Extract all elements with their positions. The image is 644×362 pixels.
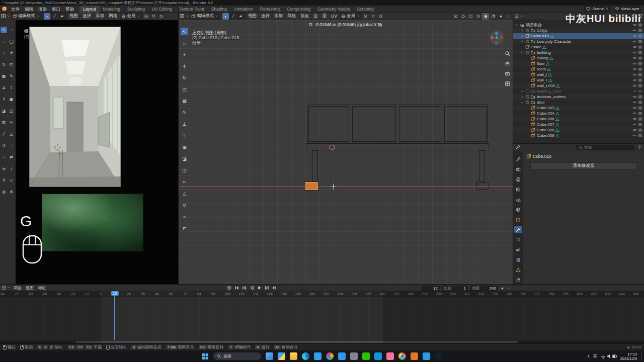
tool-extrude-region[interactable]: ⇧ <box>8 84 15 91</box>
viewport-menu-选择[interactable]: 选择 <box>259 13 272 19</box>
disable-in-render-icon[interactable] <box>638 122 642 127</box>
chevron-right-icon[interactable] <box>520 95 524 99</box>
chevron-right-icon[interactable] <box>520 29 524 33</box>
main-viewport[interactable]: 编辑模式•╱▰视图选择添加网格顶点边面UV全局 D: -0.01646 m (0… <box>179 13 513 284</box>
outliner-row[interactable]: Cube.006 <box>513 116 644 122</box>
hide-in-viewport-icon[interactable] <box>632 78 637 82</box>
rendered-shading-button[interactable] <box>497 13 504 20</box>
transform-orientation[interactable]: 全局 <box>120 13 142 20</box>
hide-in-viewport-icon[interactable] <box>632 128 637 132</box>
taskbar-app-bilibili[interactable] <box>386 352 394 360</box>
tool-tweak[interactable]: ↖ <box>181 28 188 35</box>
properties-tab-scene[interactable] <box>514 196 522 203</box>
outliner-row[interactable]: Cube.008 <box>513 127 644 133</box>
properties-tab-object[interactable] <box>514 216 522 223</box>
scene-unlink-icon[interactable]: ✕ <box>605 7 609 11</box>
tool-select-box[interactable]: □ <box>181 39 188 47</box>
taskbar-app-chrome[interactable] <box>398 352 406 360</box>
vertex-select-icon[interactable]: • <box>44 13 50 20</box>
edge-select-icon[interactable]: ╱ <box>230 13 236 20</box>
desk-foot-right[interactable] <box>476 182 489 190</box>
viewport-menu-添加[interactable]: 添加 <box>94 13 106 19</box>
outliner-row[interactable]: wall_r.002 <box>513 83 644 88</box>
properties-tab-particles[interactable] <box>514 236 522 243</box>
collection-checkbox-checked[interactable] <box>525 100 530 105</box>
tool-to-sphere[interactable]: ◍ <box>1 189 7 195</box>
outliner-row[interactable]: Low poly Character <box>513 39 644 44</box>
main-viewport-body[interactable]: D: -0.01646 m (0.01646) 沿global X 轴 ↖□+✛… <box>179 20 513 284</box>
disable-in-render-icon[interactable] <box>638 128 642 132</box>
tool-bevel[interactable]: ◪ <box>1 108 7 114</box>
tool-inset-faces[interactable]: ▣ <box>181 143 188 151</box>
disable-in-render-icon[interactable] <box>638 111 642 116</box>
properties-tab-object-data[interactable] <box>514 266 522 274</box>
view-layer-selector[interactable]: ViewLayer <box>613 6 641 12</box>
viewport-menu-面[interactable]: 面 <box>320 13 329 19</box>
auto-key-button[interactable] <box>225 285 232 291</box>
disable-in-render-icon[interactable] <box>638 117 642 121</box>
disable-in-render-icon[interactable] <box>638 45 642 49</box>
jump-end-button[interactable] <box>271 285 278 291</box>
outliner-row[interactable]: floor <box>513 61 644 66</box>
properties-tab-view-layer[interactable] <box>514 186 522 193</box>
disable-in-render-icon[interactable] <box>638 106 642 110</box>
menu-item[interactable]: 帮助 <box>63 6 76 13</box>
chevron-right-icon[interactable] <box>520 89 524 94</box>
vertex-select-icon[interactable]: • <box>222 13 229 20</box>
tool-extrude-manifold[interactable]: ⇑ <box>1 96 7 103</box>
viewport-menu-网格[interactable]: 网格 <box>285 13 298 19</box>
disable-in-render-icon[interactable] <box>638 28 642 33</box>
outliner-row[interactable]: Cube.003 <box>513 105 644 111</box>
disable-in-render-icon[interactable] <box>638 78 642 82</box>
tab-geometry-nodes[interactable]: Geometry Nodes <box>314 6 353 13</box>
shading-dropdown[interactable] <box>505 13 512 20</box>
tool-cursor[interactable]: + <box>181 51 188 58</box>
timeline-editor-icon[interactable] <box>2 285 7 290</box>
tool-select-lasso[interactable]: ◯ <box>8 38 15 45</box>
hide-in-viewport-icon[interactable] <box>632 45 637 49</box>
tool-move[interactable]: ✛ <box>181 62 188 70</box>
chevron-down-icon[interactable] <box>507 286 511 290</box>
outliner-row[interactable]: ceiling <box>513 55 644 61</box>
hide-in-viewport-icon[interactable] <box>632 50 637 55</box>
desk-panel[interactable] <box>399 106 441 142</box>
toggle-ortho-button[interactable] <box>504 80 511 87</box>
show-desktop-button[interactable] <box>641 352 642 360</box>
tray-chevron-icon[interactable]: ∧ <box>587 354 590 358</box>
tool-offset-edge-loop[interactable]: ▥ <box>1 119 7 126</box>
tool-rip-region[interactable]: ⋔ <box>8 189 15 195</box>
pin-icon[interactable] <box>637 145 642 150</box>
tab-scripting[interactable]: Scripting <box>354 6 377 13</box>
tool-measure[interactable]: ∡ <box>181 120 188 128</box>
timeline-menu-视图[interactable]: 视图 <box>24 285 36 291</box>
disable-in-render-icon[interactable] <box>638 34 642 38</box>
outliner-row[interactable]: Cube.010 <box>513 33 644 39</box>
tool-smooth[interactable]: ≈ <box>8 142 15 149</box>
tool-bevel[interactable]: ◪ <box>181 155 188 162</box>
next-keyframe-button[interactable] <box>263 285 270 291</box>
hide-in-viewport-icon[interactable] <box>632 61 637 66</box>
tool-bisect[interactable]: ╱ <box>1 131 7 137</box>
tool-spin[interactable]: ↺ <box>181 201 188 209</box>
tool-annotate[interactable]: ✎ <box>181 109 188 116</box>
collection-checkbox-checked[interactable] <box>525 28 530 33</box>
tab-texture-paint[interactable]: Texture Paint <box>176 6 208 13</box>
tab-rendering[interactable]: Rendering <box>257 6 283 13</box>
menu-item[interactable]: 窗口 <box>49 6 63 13</box>
chevron-down-icon[interactable] <box>520 51 524 55</box>
tool-poly-build[interactable]: △ <box>8 131 15 137</box>
blender-logo-icon[interactable] <box>2 6 7 12</box>
hide-in-viewport-icon[interactable] <box>632 56 637 60</box>
tool-edge-slide[interactable]: ⇄ <box>181 224 188 232</box>
tool-transform[interactable]: ▦ <box>181 97 188 105</box>
collection-checkbox-checked[interactable] <box>525 39 530 44</box>
face-select-icon[interactable]: ▰ <box>59 13 65 20</box>
tool-loop-cut[interactable]: ◫ <box>181 166 188 174</box>
tool-annotate[interactable]: ✎ <box>8 73 15 79</box>
navigation-gizmo[interactable] <box>489 30 504 45</box>
viewport-menu-顶点[interactable]: 顶点 <box>298 13 311 19</box>
hide-in-viewport-icon[interactable] <box>632 117 637 121</box>
collection-checkbox-checked[interactable] <box>525 95 530 99</box>
tool-select-circle[interactable]: ◌ <box>1 38 7 45</box>
disable-in-render-icon[interactable] <box>638 133 642 138</box>
